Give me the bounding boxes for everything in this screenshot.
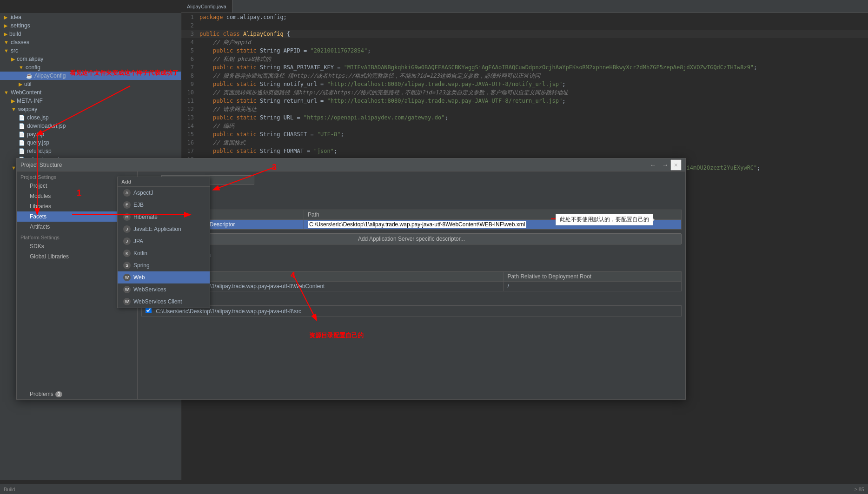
code-line-5: 5 public static String APPID = "20210011…: [181, 46, 868, 55]
menu-label: AspectJ: [133, 190, 153, 196]
tree-label: .settings: [9, 22, 30, 29]
menu-item-hibernate[interactable]: H Hibernate: [118, 211, 210, 223]
menu-label: EJB: [133, 202, 144, 208]
code-line-17: 17 public static String FORMAT = "json";: [181, 147, 868, 155]
folder-icon: ▶: [4, 23, 7, 29]
menu-item-kotlin[interactable]: K Kotlin: [118, 247, 210, 259]
code-line-8: 8 // 服务器异步通知页面路径 须http://或者https://格式的完整…: [181, 72, 868, 80]
javaee-icon: J: [123, 225, 131, 233]
jsp-file-icon: 📄: [4, 132, 25, 138]
tree-label: util: [24, 81, 31, 87]
ide-background: AlipayConfig.java ▶ .idea ▶ .settings ▶ …: [0, 0, 868, 494]
menu-label: Kotlin: [133, 250, 147, 257]
menu-item-web[interactable]: W Web: [118, 271, 210, 283]
tab-bar: AlipayConfig.java: [181, 0, 868, 13]
status-bar: Build ≥ 85: [0, 484, 868, 494]
menu-item-webservices[interactable]: W WebServices: [118, 283, 210, 296]
tree-item-build[interactable]: ▶ build: [0, 30, 181, 38]
folder-icon: ▼: [4, 165, 16, 171]
col-relative: Path Relative to Deployment Root: [504, 272, 682, 282]
jpa-icon: J: [123, 237, 131, 245]
tree-item-classes[interactable]: ▼ classes: [0, 38, 181, 46]
project-structure-dialog: Project Structure ← → × Project Settings…: [16, 158, 686, 400]
dialog-nav-back[interactable]: ←: [648, 160, 658, 170]
menu-label: Spring: [133, 262, 150, 269]
menu-item-jpa[interactable]: J JPA: [118, 235, 210, 247]
jsp-file-icon: 📄: [4, 123, 25, 129]
hibernate-icon: H: [123, 213, 131, 221]
java-file-icon: ☕: [4, 73, 33, 79]
menu-item-aspectj[interactable]: A AspectJ: [118, 187, 210, 199]
tree-label: AlipayConfig: [34, 72, 66, 79]
tab-alipayconfig[interactable]: AlipayConfig.java: [181, 0, 232, 13]
tree-item-config[interactable]: ▼ config: [0, 63, 181, 72]
tree-item-refund[interactable]: 📄 refund.jsp: [0, 147, 181, 155]
tree-item-settings[interactable]: ▶ .settings: [0, 21, 181, 30]
tree-item-alipayconfig[interactable]: ☕ AlipayConfig: [0, 72, 181, 80]
deployment-descriptors-header: Deployment Descriptors: [141, 190, 682, 197]
dialog-close-button[interactable]: ×: [670, 159, 682, 171]
menu-item-javaee[interactable]: J JavaEE Application: [118, 223, 210, 235]
web-icon: W: [123, 274, 131, 281]
menu-label: JPA: [133, 238, 143, 244]
folder-icon: ▼: [4, 40, 9, 45]
table-row[interactable]: 📁 C:\Users\eric\Desktop\1\alipay.trade.w…: [142, 282, 682, 291]
jsp-file-icon: 📄: [4, 140, 25, 146]
descriptor-path-value: C:\Users\eric\Desktop\1\alipay.trade.wap…: [308, 221, 526, 228]
tree-label: query.jsp: [27, 139, 49, 146]
status-right: ≥ 85: [855, 487, 864, 492]
tree-item-pay[interactable]: 📄 pay.jsp: [0, 130, 181, 138]
tree-item-comali[interactable]: ▶ com.alipay: [0, 55, 181, 63]
web-resource-header: Web Resource Directories: [141, 252, 682, 258]
add-facet-menu: Add A AspectJ E EJB H Hibernate J JavaEE…: [117, 177, 210, 308]
tree-item-util[interactable]: ▶ util: [0, 80, 181, 88]
table-row[interactable]: Web Module Deployment Descriptor C:\User…: [142, 220, 682, 230]
code-line-16: 16 // 返回格式: [181, 138, 868, 147]
source-roots-header: Source Roots: [141, 297, 682, 303]
code-line-4: 4 // 商户appid: [181, 38, 868, 46]
dialog-title: Project Structure: [20, 162, 648, 168]
tree-item-wappay[interactable]: ▼ wappay: [0, 105, 181, 113]
nav-problems[interactable]: Problems 0: [17, 389, 137, 399]
jsp-file-icon: 📄: [4, 148, 25, 154]
tree-item-idea[interactable]: ▶ .idea: [0, 13, 181, 21]
tree-label: META-INF: [17, 98, 43, 104]
menu-item-spring[interactable]: S Spring: [118, 259, 210, 271]
folder-icon: ▶: [4, 14, 7, 20]
code-line-12: 12 // 请求网关地址: [181, 105, 868, 113]
code-line-9: 9 public static String notify_url = "htt…: [181, 80, 868, 88]
folder-icon: ▼: [4, 65, 24, 70]
spring-icon: S: [123, 262, 131, 269]
tree-item-download[interactable]: 📄 downloadurl.jsp: [0, 122, 181, 130]
folder-icon: ▶: [4, 98, 15, 104]
resource-toolbar: + − ✏ ?: [141, 260, 682, 270]
tree-item-src[interactable]: ▼ src: [0, 46, 181, 55]
descriptor-path: C:\Users\eric\Desktop\1\alipay.trade.wap…: [304, 220, 682, 230]
source-root-path: C:\Users\eric\Desktop\1\alipay.trade.wap…: [142, 306, 682, 316]
tree-label: src: [11, 47, 18, 54]
code-line-1: 1package com.alipay.config;: [181, 13, 868, 21]
menu-item-webservices-client[interactable]: W WebServices Client: [118, 296, 210, 308]
tree-item-query[interactable]: 📄 query.jsp: [0, 138, 181, 147]
table-row[interactable]: C:\Users\eric\Desktop\1\alipay.trade.wap…: [142, 306, 682, 316]
problems-badge: 0: [55, 391, 63, 397]
tree-label: pay.jsp: [27, 131, 44, 138]
tree-item-close[interactable]: 📄 close.jsp: [0, 113, 181, 122]
menu-label: JavaEE Application: [133, 226, 181, 232]
tab-label: AlipayConfig.java: [187, 4, 226, 9]
menu-item-ejb[interactable]: E EJB: [118, 199, 210, 211]
add-server-btn[interactable]: Add Application Server specific descript…: [141, 233, 682, 244]
tree-label: build: [9, 31, 21, 37]
dialog-nav-forward[interactable]: →: [660, 160, 670, 170]
tree-label: downloadurl.jsp: [27, 123, 66, 129]
source-root-value: C:\Users\eric\Desktop\1\alipay.trade.wap…: [156, 308, 301, 315]
tree-label: config: [26, 64, 40, 71]
code-line-2: 2: [181, 21, 868, 30]
webservices-client-icon: W: [123, 298, 131, 305]
tree-item-webcontent[interactable]: ▼ WebContent: [0, 88, 181, 97]
tree-item-meta[interactable]: ▶ META-INF: [0, 97, 181, 105]
code-line-10: 10 // 页面跳转同步通知页面路径 须http://或者https://格式的…: [181, 88, 868, 97]
folder-icon: ▼: [4, 48, 9, 53]
tree-label: refund.jsp: [27, 148, 52, 154]
web-resource-table: Web Resource Directory Path Relative to …: [141, 271, 682, 291]
